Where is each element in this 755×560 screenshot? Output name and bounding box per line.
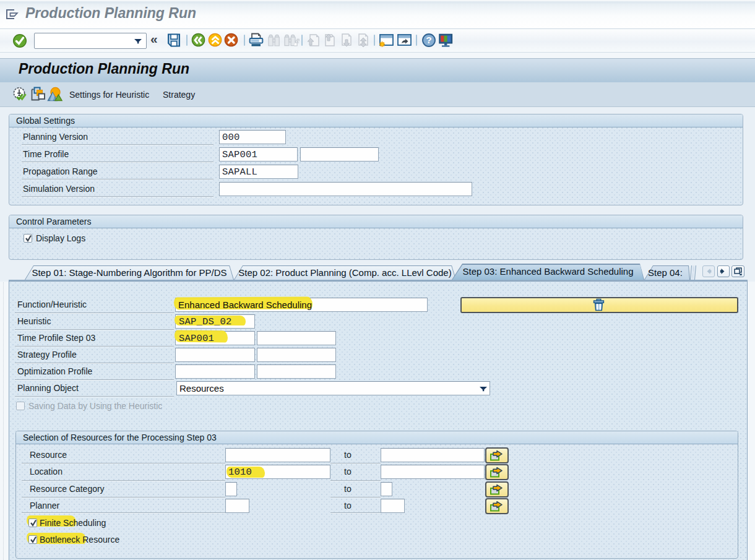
svg-text:?: ? — [426, 35, 431, 45]
